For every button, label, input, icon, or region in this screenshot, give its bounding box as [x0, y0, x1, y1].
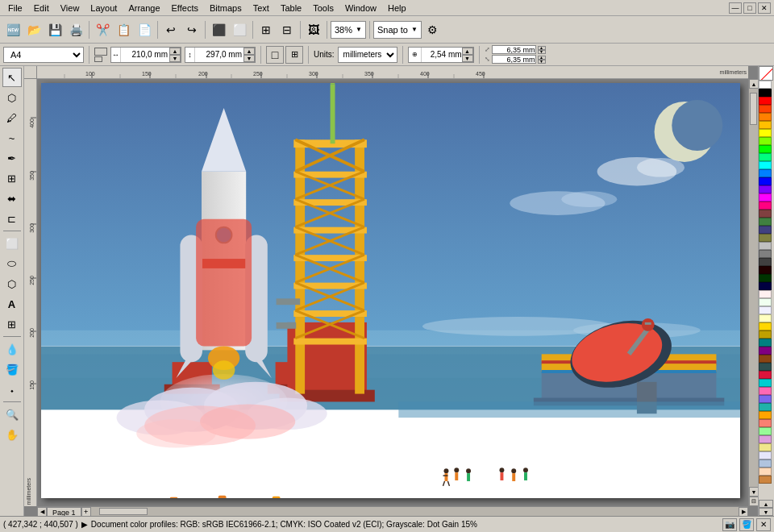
- menu-item-bitmaps[interactable]: Bitmaps: [205, 2, 247, 14]
- rectangle-tool[interactable]: ⬜: [2, 234, 22, 253]
- color-swatch[interactable]: [759, 314, 772, 322]
- smart-fill-tool[interactable]: ⬩: [2, 380, 22, 399]
- snap-button[interactable]: ⊞: [256, 20, 276, 39]
- select-tool[interactable]: ↖: [2, 68, 22, 87]
- page-tab[interactable]: Page 1: [47, 507, 81, 516]
- color-swatch[interactable]: [759, 476, 772, 484]
- color-swatch[interactable]: [759, 258, 772, 266]
- menu-item-view[interactable]: View: [56, 2, 85, 14]
- no-color-swatch[interactable]: [759, 66, 773, 81]
- scroll-up-button[interactable]: ▲: [749, 79, 758, 89]
- color-swatch[interactable]: [759, 266, 772, 274]
- menu-item-help[interactable]: Help: [383, 2, 411, 14]
- color-swatch[interactable]: [759, 226, 772, 234]
- copy-button[interactable]: 📋: [114, 20, 133, 39]
- connector-tool[interactable]: ⊏: [2, 209, 22, 228]
- color-swatch[interactable]: [759, 250, 772, 258]
- snap-to-dropdown[interactable]: Snap to ▼: [373, 21, 422, 39]
- bleed-up[interactable]: ▲: [462, 48, 473, 55]
- y-coord-input[interactable]: [492, 55, 536, 64]
- pan-tool[interactable]: ✋: [2, 425, 22, 444]
- color-swatch[interactable]: [759, 290, 772, 298]
- color-swatch[interactable]: [759, 371, 772, 379]
- color-swatch[interactable]: [759, 202, 772, 210]
- color-swatch[interactable]: [759, 451, 772, 459]
- snap-options-button[interactable]: ⚙: [423, 20, 443, 39]
- color-swatch[interactable]: [759, 411, 772, 419]
- color-swatch[interactable]: [759, 153, 772, 161]
- color-swatch[interactable]: [759, 330, 772, 339]
- portrait-icon[interactable]: [94, 48, 107, 56]
- height-up[interactable]: ▲: [243, 48, 255, 55]
- polygon-tool[interactable]: ⬡: [2, 274, 22, 293]
- lock-proportions-button[interactable]: □: [266, 46, 284, 64]
- close-button[interactable]: ✕: [758, 2, 771, 14]
- color-swatch[interactable]: [759, 443, 772, 451]
- x-coord-input[interactable]: [492, 45, 536, 54]
- close-small-icon[interactable]: ✕: [756, 518, 771, 531]
- palette-scroll-down[interactable]: ▼: [759, 508, 773, 516]
- menu-item-file[interactable]: File: [3, 2, 27, 14]
- scroll-extra-button[interactable]: ⊟: [749, 497, 758, 506]
- paint-bucket-icon[interactable]: 🪣: [739, 518, 754, 531]
- menu-item-arrange[interactable]: Arrange: [123, 2, 164, 14]
- zoom-dropdown[interactable]: 38% ▼: [331, 21, 366, 39]
- fill-tool[interactable]: 🪣: [2, 360, 22, 379]
- color-swatch[interactable]: [759, 306, 772, 314]
- page-size-select[interactable]: A4: [3, 47, 84, 63]
- color-swatch[interactable]: [759, 113, 772, 121]
- vertical-scrollbar[interactable]: ▲ ▼ ⊟: [748, 79, 758, 506]
- scroll-thumb-v[interactable]: [750, 93, 757, 125]
- menu-item-edit[interactable]: Edit: [29, 2, 54, 14]
- document-canvas[interactable]: [37, 79, 748, 506]
- bleed-input[interactable]: [422, 50, 462, 59]
- ellipse-tool[interactable]: ⬭: [2, 254, 22, 273]
- color-swatch[interactable]: [759, 193, 772, 202]
- color-swatch[interactable]: [759, 387, 772, 395]
- units-select[interactable]: millimeters: [338, 47, 397, 63]
- scroll-track-v[interactable]: [749, 89, 758, 487]
- width-down[interactable]: ▼: [169, 55, 181, 62]
- y-down[interactable]: ▼: [538, 60, 546, 64]
- camera-icon[interactable]: 📷: [722, 518, 737, 531]
- color-swatch[interactable]: [759, 355, 772, 363]
- color-swatch[interactable]: [759, 161, 772, 169]
- color-swatch[interactable]: [759, 177, 772, 185]
- color-swatch[interactable]: [759, 145, 772, 153]
- menu-item-table[interactable]: Table: [276, 2, 306, 14]
- scroll-right-button[interactable]: ▶: [739, 507, 748, 516]
- color-swatch[interactable]: [759, 137, 772, 145]
- color-swatch[interactable]: [759, 379, 772, 387]
- open-button[interactable]: 📂: [24, 20, 44, 39]
- color-swatch[interactable]: [759, 169, 772, 177]
- scroll-down-button[interactable]: ▼: [749, 487, 758, 497]
- color-swatch[interactable]: [759, 347, 772, 355]
- export-button[interactable]: ⬜: [230, 20, 249, 39]
- cut-button[interactable]: ✂️: [93, 20, 112, 39]
- eyedropper-tool[interactable]: 💧: [2, 339, 22, 359]
- parallel-tool[interactable]: ⊞: [2, 168, 22, 188]
- color-swatch[interactable]: [759, 459, 772, 468]
- maximize-button[interactable]: □: [743, 2, 756, 14]
- color-swatch[interactable]: [759, 427, 772, 435]
- color-swatch[interactable]: [759, 395, 772, 403]
- color-swatch[interactable]: [759, 242, 772, 250]
- x-down[interactable]: ▼: [538, 50, 546, 54]
- width-up[interactable]: ▲: [169, 48, 181, 55]
- color-swatch[interactable]: [759, 322, 772, 330]
- color-swatch[interactable]: [759, 81, 772, 89]
- scroll-left-button[interactable]: ◀: [37, 507, 47, 516]
- shape-tool[interactable]: ⬡: [2, 88, 22, 107]
- color-swatch[interactable]: [759, 403, 772, 411]
- status-arrow[interactable]: ▶: [81, 520, 88, 529]
- menu-item-tools[interactable]: Tools: [308, 2, 339, 14]
- text-tool[interactable]: A: [2, 294, 22, 314]
- menu-item-layout[interactable]: Layout: [85, 2, 122, 14]
- dimension-tool[interactable]: ⬌: [2, 189, 22, 208]
- page-border-button[interactable]: ⊞: [285, 46, 303, 64]
- color-swatch[interactable]: [759, 282, 772, 290]
- undo-button[interactable]: ↩: [161, 20, 181, 39]
- new-button[interactable]: 🆕: [3, 20, 23, 39]
- height-down[interactable]: ▼: [243, 55, 255, 62]
- color-swatch[interactable]: [759, 185, 772, 193]
